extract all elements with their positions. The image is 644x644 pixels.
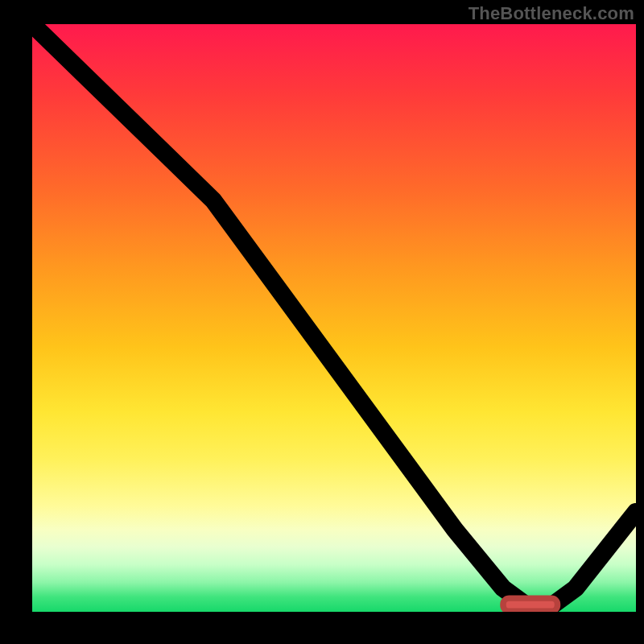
plot-svg [32,24,636,612]
plot-area [32,24,636,612]
chart-frame: TheBottleneck.com [0,0,644,644]
optimal-marker [503,598,558,611]
bottleneck-curve [32,24,636,606]
watermark-text: TheBottleneck.com [469,3,634,24]
